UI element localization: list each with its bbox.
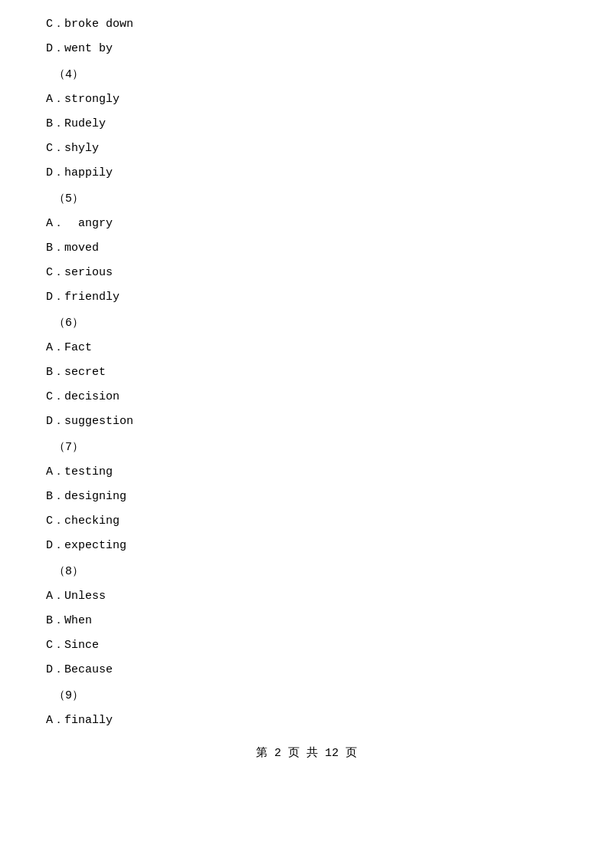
- option-c7: C．checking: [46, 512, 567, 531]
- option-a6: A．Fact: [46, 339, 567, 357]
- option-d4: D．happily: [46, 164, 567, 182]
- question-4-label: （4）: [46, 66, 567, 84]
- option-a8: A．Unless: [46, 587, 567, 606]
- option-c-broke-down: C．broke down: [46, 15, 567, 34]
- option-b8: B．When: [46, 612, 567, 630]
- option-c8: C．Since: [46, 636, 567, 655]
- page-content: C．broke down D．went by （4） A．strongly B．…: [46, 15, 567, 730]
- option-d-went-by: D．went by: [46, 40, 567, 58]
- question-5-label: （5）: [46, 190, 567, 209]
- option-c4: C．shyly: [46, 140, 567, 158]
- question-9-label: （9）: [46, 687, 567, 705]
- option-a5: A． angry: [46, 215, 567, 233]
- option-b4: B．Rudely: [46, 115, 567, 133]
- option-a9: A．finally: [46, 712, 567, 730]
- option-a7: A．testing: [46, 463, 567, 482]
- option-d7: D．expecting: [46, 537, 567, 555]
- option-a4: A．strongly: [46, 90, 567, 109]
- question-8-label: （8）: [46, 563, 567, 581]
- option-b6: B．secret: [46, 363, 567, 382]
- option-d8: D．Because: [46, 661, 567, 679]
- page-footer: 第 2 页 共 12 页: [46, 745, 567, 760]
- option-b5: B．moved: [46, 239, 567, 258]
- option-d6: D．suggestion: [46, 413, 567, 431]
- option-c5: C．serious: [46, 264, 567, 282]
- question-7-label: （7）: [46, 439, 567, 457]
- option-d5: D．friendly: [46, 288, 567, 307]
- question-6-label: （6）: [46, 314, 567, 333]
- option-c6: C．decision: [46, 388, 567, 406]
- option-b7: B．designing: [46, 488, 567, 506]
